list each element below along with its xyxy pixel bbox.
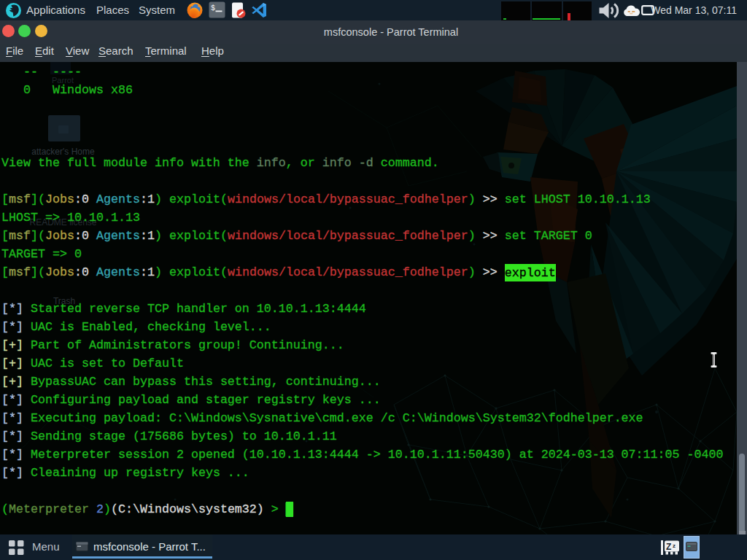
svg-text:$: $ — [211, 4, 215, 12]
svg-text:z: z — [673, 542, 676, 549]
svg-text:Z: Z — [666, 542, 671, 552]
